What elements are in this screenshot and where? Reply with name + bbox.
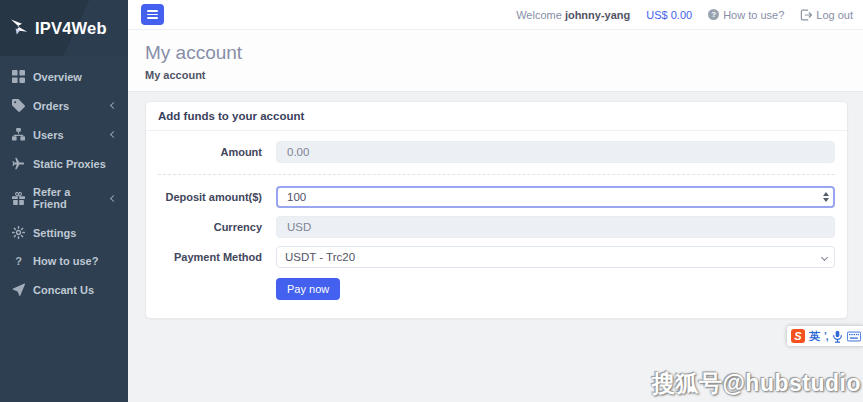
- tag-icon: [12, 99, 25, 112]
- amount-row: Amount: [158, 141, 835, 163]
- sidebar-item-label: Orders: [33, 100, 69, 112]
- sidebar-item-label: Refer a Friend: [33, 186, 103, 210]
- payment-method-row: Payment Method USDT - Trc20: [158, 246, 835, 268]
- sogou-logo-icon[interactable]: S: [791, 329, 805, 343]
- welcome-text: Welcome johnny-yang: [516, 9, 630, 21]
- deposit-row: Deposit amount($): [158, 186, 835, 208]
- deposit-amount-field[interactable]: [276, 186, 835, 208]
- sidebar-item-label: How to use?: [33, 255, 98, 267]
- bird-icon: [9, 17, 31, 39]
- currency-row: Currency: [158, 216, 835, 238]
- topbar: Welcome johnny-yang US$ 0.00 ? How to us…: [128, 0, 863, 30]
- actions-row: Pay now: [158, 278, 835, 300]
- question-circle-icon: ?: [708, 9, 719, 20]
- ime-punctuation-toggle[interactable]: ’,: [824, 331, 828, 342]
- keyboard-icon[interactable]: [847, 331, 861, 342]
- divider: [158, 174, 835, 175]
- plane-icon: [12, 157, 25, 170]
- card-title: Add funds to your account: [146, 102, 847, 131]
- sidebar-item-label: Users: [33, 129, 64, 141]
- deposit-amount-label: Deposit amount($): [158, 191, 262, 203]
- sidebar-item-how-to-use[interactable]: ? How to use?: [0, 247, 128, 275]
- sitemap-icon: [12, 128, 25, 141]
- gear-icon: [12, 226, 25, 239]
- sidebar-item-label: Settings: [33, 227, 76, 239]
- sidebar-item-label: Concant Us: [33, 284, 94, 296]
- page-title: My account: [145, 42, 846, 64]
- logo-text: IPV4Web: [35, 19, 107, 38]
- sidebar-item-contact-us[interactable]: Concant Us: [0, 275, 128, 304]
- add-funds-form: Amount Deposit amount($): [146, 131, 847, 318]
- page-header: My account My account: [128, 30, 863, 92]
- payment-method-select[interactable]: USDT - Trc20: [276, 246, 835, 268]
- number-stepper[interactable]: [823, 192, 829, 202]
- stepper-down-icon[interactable]: [823, 198, 829, 202]
- balance-link[interactable]: US$ 0.00: [646, 9, 692, 21]
- amount-field: [276, 141, 835, 163]
- paper-plane-icon: [12, 283, 25, 296]
- sidebar-item-static-proxies[interactable]: Static Proxies: [0, 149, 128, 178]
- gift-icon: [12, 192, 25, 205]
- sogou-ime-toolbar: S 英 ’,: [787, 326, 863, 346]
- sidebar: IPV4Web Overview O: [0, 0, 128, 402]
- amount-label: Amount: [158, 146, 262, 158]
- breadcrumb[interactable]: My account: [145, 69, 846, 81]
- chevron-left-icon: [110, 194, 117, 201]
- currency-field: [276, 216, 835, 238]
- sidebar-item-users[interactable]: Users: [0, 120, 128, 149]
- ime-language-toggle[interactable]: 英: [809, 329, 820, 344]
- logout-icon: [800, 9, 812, 21]
- content: Add funds to your account Amount Deposit…: [128, 92, 863, 402]
- logo[interactable]: IPV4Web: [0, 0, 128, 56]
- sidebar-item-refer-a-friend[interactable]: Refer a Friend: [0, 178, 128, 218]
- username: johnny-yang: [565, 9, 630, 21]
- grid-icon: [12, 70, 25, 83]
- currency-label: Currency: [158, 221, 262, 233]
- sidebar-item-orders[interactable]: Orders: [0, 91, 128, 120]
- topbar-right: Welcome johnny-yang US$ 0.00 ? How to us…: [516, 9, 853, 21]
- how-to-use-link[interactable]: ? How to use?: [708, 9, 784, 21]
- chevron-left-icon: [110, 102, 117, 109]
- main-area: Welcome johnny-yang US$ 0.00 ? How to us…: [128, 0, 863, 402]
- app-window: IPV4Web Overview O: [0, 0, 863, 402]
- stepper-up-icon[interactable]: [823, 192, 829, 196]
- sidebar-item-settings[interactable]: Settings: [0, 218, 128, 247]
- pay-now-button[interactable]: Pay now: [276, 278, 340, 300]
- sidebar-item-label: Static Proxies: [33, 158, 106, 170]
- add-funds-card: Add funds to your account Amount Deposit…: [145, 101, 848, 319]
- logout-link[interactable]: Log out: [800, 9, 853, 21]
- hamburger-menu-button[interactable]: [141, 4, 164, 25]
- question-icon: ?: [12, 255, 25, 267]
- chevron-left-icon: [110, 131, 117, 138]
- payment-method-label: Payment Method: [158, 251, 262, 263]
- hamburger-icon: [147, 10, 158, 12]
- sidebar-item-label: Overview: [33, 71, 82, 83]
- mic-icon[interactable]: [832, 330, 843, 343]
- sidebar-item-overview[interactable]: Overview: [0, 62, 128, 91]
- sidebar-nav: Overview Orders: [0, 56, 128, 310]
